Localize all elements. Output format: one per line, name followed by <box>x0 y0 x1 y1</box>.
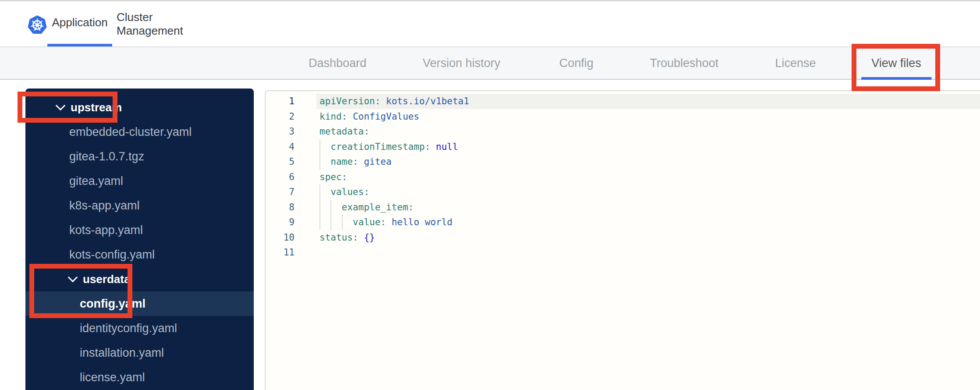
line-number: 6 <box>266 170 295 185</box>
file-label: embedded-cluster.yaml <box>69 125 192 139</box>
code-line-5[interactable]: 5 name: gitea <box>266 154 980 170</box>
line-number: 5 <box>266 154 295 170</box>
tree-file-k8s-app-yaml[interactable]: k8s-app.yaml <box>25 193 254 218</box>
code-text: metadata: <box>320 124 369 139</box>
app-subnav: DashboardVersion historyConfigTroublesho… <box>0 46 980 80</box>
code-text: example_item: <box>320 200 414 215</box>
tree-file-kots-config-yaml[interactable]: kots-config.yaml <box>25 242 254 267</box>
code-line-10[interactable]: 10status: {} <box>266 230 980 245</box>
line-number: 11 <box>266 245 295 260</box>
nav-item-version-history[interactable]: Version history <box>423 47 500 79</box>
kubernetes-logo <box>27 14 47 35</box>
file-label: gitea.yaml <box>69 174 123 188</box>
folder-label: userdata <box>83 273 130 286</box>
code-line-7[interactable]: 7 values: <box>266 184 980 200</box>
chevron-down-icon <box>56 101 66 111</box>
code-text: name: gitea <box>320 154 391 170</box>
folder-label: upstream <box>71 101 122 114</box>
top-bar: ApplicationCluster Management <box>0 0 980 46</box>
tree-folder-userdata[interactable]: userdata <box>25 267 254 291</box>
tree-file-license-yaml[interactable]: license.yaml <box>25 365 254 390</box>
file-label: kots-app.yaml <box>69 223 143 237</box>
code-text: value: hello world <box>320 215 452 230</box>
nav-item-view-files[interactable]: View files <box>871 47 921 79</box>
code-line-6[interactable]: 6spec: <box>266 170 980 185</box>
file-label: gitea-1.0.7.tgz <box>69 150 144 163</box>
code-text: creationTimestamp: null <box>320 139 458 155</box>
code-line-8[interactable]: 8 example_item: <box>266 200 980 215</box>
line-number: 7 <box>266 184 295 200</box>
line-number: 10 <box>266 230 295 245</box>
code-text: values: <box>320 184 369 200</box>
file-label: identityconfig.yaml <box>80 322 177 335</box>
tree-file-gitea-yaml[interactable]: gitea.yaml <box>25 169 254 193</box>
code-line-9[interactable]: 9 value: hello world <box>266 215 980 230</box>
file-label: k8s-app.yaml <box>69 199 140 213</box>
code-content: 1apiVersion: kots.io/v1beta12kind: Confi… <box>266 94 980 260</box>
nav-item-dashboard[interactable]: Dashboard <box>309 47 366 79</box>
nav-item-config[interactable]: Config <box>559 47 593 79</box>
code-line-11[interactable]: 11 <box>266 245 980 260</box>
line-number: 9 <box>266 215 295 230</box>
code-line-3[interactable]: 3metadata: <box>266 124 980 139</box>
code-editor[interactable]: 1apiVersion: kots.io/v1beta12kind: Confi… <box>265 90 980 390</box>
line-number: 3 <box>266 124 295 139</box>
tree-file-embedded-cluster-yaml[interactable]: embedded-cluster.yaml <box>25 120 254 144</box>
line-number: 4 <box>266 139 295 155</box>
line-number: 8 <box>266 200 295 215</box>
tree-folder-upstream[interactable]: upstream <box>25 95 254 120</box>
code-text: kind: ConfigValues <box>320 109 419 124</box>
code-text: spec: <box>320 170 347 185</box>
file-tree-sidebar: upstreamembedded-cluster.yamlgitea-1.0.7… <box>25 89 254 390</box>
code-line-1[interactable]: 1apiVersion: kots.io/v1beta1 <box>266 94 980 109</box>
tree-file-identityconfig-yaml[interactable]: identityconfig.yaml <box>25 316 254 340</box>
tree-file-gitea-1-0-7-tgz[interactable]: gitea-1.0.7.tgz <box>25 144 254 169</box>
chevron-down-icon <box>68 273 78 283</box>
file-label: license.yaml <box>80 371 145 384</box>
file-label: kots-config.yaml <box>69 248 155 262</box>
code-line-2[interactable]: 2kind: ConfigValues <box>266 109 980 124</box>
code-line-4[interactable]: 4 creationTimestamp: null <box>266 139 980 155</box>
line-number: 1 <box>266 94 295 109</box>
nav-item-troubleshoot[interactable]: Troubleshoot <box>650 47 719 79</box>
nav-item-license[interactable]: License <box>775 47 816 79</box>
tree-file-installation-yaml[interactable]: installation.yaml <box>25 340 254 365</box>
top-tab-cluster-management[interactable]: Cluster Management <box>117 1 209 46</box>
top-tab-application[interactable]: Application <box>47 1 112 46</box>
file-label: installation.yaml <box>80 346 164 360</box>
line-number: 2 <box>266 109 295 124</box>
file-tree: upstreamembedded-cluster.yamlgitea-1.0.7… <box>25 95 254 390</box>
code-text: status: {} <box>320 230 375 245</box>
tree-file-config-yaml[interactable]: config.yaml <box>25 291 254 316</box>
tree-file-kots-app-yaml[interactable]: kots-app.yaml <box>25 218 254 242</box>
code-text: apiVersion: kots.io/v1beta1 <box>320 94 469 109</box>
file-label: config.yaml <box>80 297 146 311</box>
